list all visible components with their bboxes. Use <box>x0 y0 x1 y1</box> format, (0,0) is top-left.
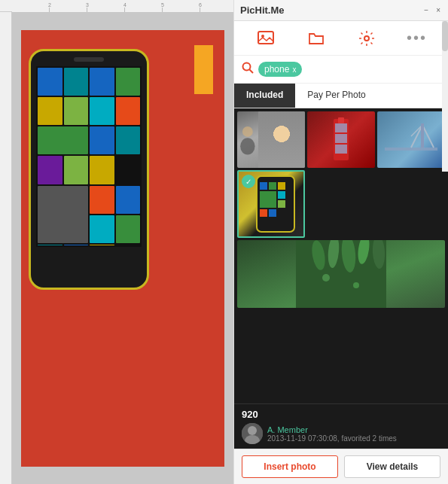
phone-body <box>29 49 149 290</box>
svg-point-32 <box>322 274 330 282</box>
presentation-editor: 2 3 4 5 6 <box>0 0 233 484</box>
svg-point-2 <box>364 36 369 41</box>
panel-footer: Insert photo View details <box>234 449 448 484</box>
photos-row-1 <box>237 111 445 168</box>
tab-included[interactable]: Included <box>234 84 295 108</box>
svg-rect-20 <box>278 182 285 190</box>
panel-title: PicHit.Me <box>240 5 285 16</box>
author-meta: 2013-11-19 07:30:08, favorited 2 times <box>267 434 397 443</box>
search-tag: phone x <box>258 62 302 77</box>
tile <box>38 156 62 184</box>
panel-toolbar: ••• <box>234 21 448 56</box>
tab-pay-per-photo[interactable]: Pay Per Photo <box>295 84 377 108</box>
photo-thumb[interactable] <box>237 240 445 308</box>
tile-photo <box>38 186 88 244</box>
slide-canvas <box>21 30 224 467</box>
minimize-button[interactable]: − <box>422 6 430 14</box>
selected-checkmark: ✓ <box>242 175 255 188</box>
svg-rect-9 <box>335 134 347 143</box>
svg-rect-11 <box>338 117 344 123</box>
svg-rect-24 <box>260 209 267 217</box>
pichit-panel: PicHit.Me − × ••• <box>233 0 448 484</box>
svg-line-4 <box>250 70 254 74</box>
svg-line-14 <box>422 125 434 148</box>
svg-line-13 <box>411 125 422 148</box>
phone-speaker <box>74 57 104 62</box>
tabs-row: Included Pay Per Photo <box>234 84 448 108</box>
svg-point-5 <box>242 126 253 137</box>
photo-info: 920 A. Member 2013-11-19 07:30:08, favor… <box>234 403 448 449</box>
svg-rect-21 <box>260 191 276 208</box>
tile <box>116 126 141 154</box>
author-row: A. Member 2013-11-19 07:30:08, favorited… <box>242 423 440 444</box>
tile <box>90 186 114 214</box>
tiles-grid <box>36 66 142 247</box>
more-options-icon[interactable]: ••• <box>404 25 431 52</box>
ruler-top: 2 3 4 5 6 <box>0 0 233 12</box>
ruler-left <box>0 12 12 484</box>
search-area: phone x <box>234 56 448 84</box>
slide-decoration <box>194 45 213 94</box>
svg-rect-25 <box>269 209 276 217</box>
tile <box>116 97 141 125</box>
tile <box>38 97 62 125</box>
tile <box>90 97 114 125</box>
photos-row-3 <box>237 240 445 308</box>
tile <box>90 68 114 96</box>
insert-photo-button[interactable]: Insert photo <box>242 455 338 478</box>
svg-point-33 <box>353 282 359 288</box>
folder-icon[interactable] <box>303 25 330 52</box>
tile <box>90 126 114 154</box>
tile <box>116 186 141 214</box>
photo-thumb[interactable] <box>237 111 305 168</box>
svg-point-6 <box>240 138 254 154</box>
svg-rect-12 <box>385 148 437 151</box>
search-tag-close[interactable]: x <box>292 65 296 74</box>
svg-point-35 <box>248 426 257 435</box>
tile <box>38 68 62 96</box>
photos-row-2: ✓ <box>237 170 445 238</box>
slide-background <box>21 30 224 467</box>
tile <box>90 156 114 184</box>
photo-thumb-selected[interactable]: ✓ <box>237 170 305 238</box>
author-info: A. Member 2013-11-19 07:30:08, favorited… <box>267 425 397 443</box>
scrollbar-thumb[interactable] <box>442 21 448 51</box>
tile <box>64 68 89 96</box>
close-button[interactable]: × <box>434 6 442 14</box>
search-icon <box>242 62 254 77</box>
phone-screen <box>36 66 142 247</box>
titlebar-controls: − × <box>422 6 442 14</box>
scrollbar-track[interactable] <box>442 21 448 172</box>
svg-rect-19 <box>269 182 276 190</box>
svg-rect-8 <box>335 123 347 132</box>
tile <box>116 215 141 243</box>
image-icon[interactable] <box>252 25 279 52</box>
author-avatar <box>242 423 263 444</box>
author-name: A. Member <box>267 425 397 434</box>
search-tag-text: phone <box>264 64 289 75</box>
svg-rect-18 <box>260 182 267 190</box>
svg-rect-22 <box>278 191 285 199</box>
svg-line-15 <box>411 125 422 136</box>
svg-rect-23 <box>278 200 285 208</box>
photos-grid[interactable]: ✓ <box>234 108 448 403</box>
view-details-button[interactable]: View details <box>344 455 440 478</box>
panel-titlebar: PicHit.Me − × <box>234 0 448 21</box>
svg-rect-16 <box>421 123 424 148</box>
tile <box>38 126 88 154</box>
svg-rect-0 <box>258 32 273 44</box>
tile <box>116 68 141 96</box>
svg-rect-10 <box>335 145 347 154</box>
empty-space <box>307 170 445 238</box>
photo-count: 920 <box>242 409 440 420</box>
photo-thumb[interactable] <box>307 111 375 168</box>
tile <box>64 97 89 125</box>
slide-area <box>12 12 233 484</box>
svg-point-3 <box>243 63 251 71</box>
tile <box>90 215 114 243</box>
tile <box>64 156 89 184</box>
settings-icon[interactable] <box>353 25 380 52</box>
photo-thumb[interactable] <box>377 111 445 168</box>
phone-image <box>29 49 149 290</box>
